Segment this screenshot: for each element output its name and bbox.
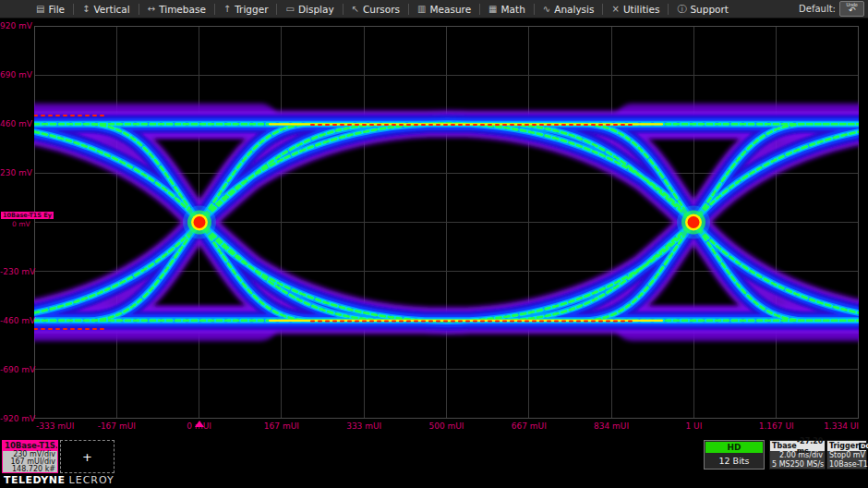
x-axis-tick: 834 mUI <box>594 421 629 431</box>
menu-item-label: Utilities <box>623 4 660 15</box>
y-axis-tick: -230 mV <box>0 267 30 276</box>
menu-item-label: Display <box>298 4 334 15</box>
menu-item-label: Vertical <box>93 4 129 15</box>
menu-item-file[interactable]: ▤File <box>28 0 73 18</box>
menu-item-label: Timebase <box>159 4 206 15</box>
x-axis-tick: 333 mUI <box>346 421 381 431</box>
hd-mode-box[interactable]: HD 12 Bits <box>704 440 765 470</box>
undo-arrow-icon: ↶ <box>849 6 856 15</box>
display-icon: ▭ <box>285 5 294 14</box>
menu-right: Default: Undo ↶ <box>799 1 864 17</box>
menu-item-label: Support <box>690 4 729 15</box>
bit-depth-label: 12 Bits <box>705 454 764 468</box>
eye-diagram-display <box>34 26 859 419</box>
analysis-icon: ∿ <box>543 5 550 14</box>
x-axis-tick: 1.334 UI <box>824 421 859 431</box>
x-axis-tick: 667 mUI <box>512 421 547 431</box>
menu-bar: ▤File↕Vertical↔Timebase↑Trigger▭Display↖… <box>0 0 868 18</box>
timebase-scale: 2.00 ms/div <box>779 451 823 460</box>
trigger-mode: Stop <box>829 451 846 460</box>
x-axis-tick: 167 mUI <box>264 421 299 431</box>
file-icon: ▤ <box>36 5 44 14</box>
x-axis-tick: -167 mUI <box>98 421 136 431</box>
trigger-level: 0 mV <box>846 451 865 460</box>
brand-logo-lecroy: LECROY <box>69 474 115 486</box>
y-axis-tick: -920 mV <box>0 414 30 423</box>
plus-icon: + <box>82 450 92 464</box>
menu-item-display[interactable]: ▭Display <box>277 0 342 18</box>
add-trace-box[interactable]: + <box>60 440 115 473</box>
menu-item-cursors[interactable]: ↖Cursors <box>344 0 408 18</box>
timebase-icon: ↔ <box>148 5 155 14</box>
menu-item-analysis[interactable]: ∿Analysis <box>535 0 603 18</box>
x-axis-tick: 1 UI <box>685 421 702 431</box>
brand-logo-teledyne: TELEDYNE <box>4 474 66 486</box>
menu-item-label: Trigger <box>235 4 268 15</box>
sample-count: 5 MS <box>772 460 790 470</box>
timebase-box[interactable]: Tbase -27.20 ms 2.00 ms/div 5 MS 250 MS/… <box>769 440 826 470</box>
default-setup-label: Default: <box>799 4 836 14</box>
x-axis-tick: 500 mUI <box>428 421 464 431</box>
trace-label-badge[interactable]: 10Base-T1S Ey <box>1 212 54 219</box>
trigger-title: Trigger <box>829 441 859 451</box>
y-axis-tick: 230 mV <box>0 168 30 177</box>
channel-descriptor-box[interactable]: 10Base-T1S... 230 mV/div 167 mUI/div 148… <box>2 440 58 473</box>
vertical-icon: ↕ <box>82 5 90 14</box>
menu-item-label: Math <box>501 4 525 15</box>
menu-item-timebase[interactable]: ↔Timebase <box>139 0 214 18</box>
menu-item-vertical[interactable]: ↕Vertical <box>74 0 139 18</box>
menu-item-trigger[interactable]: ↑Trigger <box>215 0 277 18</box>
timebase-title: Tbase <box>772 441 797 451</box>
y-axis-tick: 690 mV <box>0 70 30 79</box>
x-axis-tick: 1.167 UI <box>759 421 794 431</box>
y-axis-tick: 920 mV <box>0 21 30 30</box>
oscilloscope-screen: ▤File↕Vertical↔Timebase↑Trigger▭Display↖… <box>0 0 868 488</box>
utilities-icon: × <box>611 5 619 14</box>
menu-item-label: Measure <box>429 4 471 15</box>
undo-button[interactable]: Undo ↶ <box>839 1 864 17</box>
math-icon: ▦ <box>488 5 497 14</box>
y-axis-tick: -460 mV <box>0 316 30 325</box>
cursors-icon: ↖ <box>352 5 359 14</box>
brand-logo: TELEDYNELECROY <box>4 474 115 486</box>
menu-item-measure[interactable]: ▥Measure <box>409 0 479 18</box>
zero-level-label: 0 mV <box>12 220 30 228</box>
menu-item-math[interactable]: ▦Math <box>480 0 534 18</box>
menu-item-label: Analysis <box>554 4 594 15</box>
hd-badge: HD <box>705 442 763 453</box>
menu-items: ▤File↕Vertical↔Timebase↑Trigger▭Display↖… <box>28 0 737 18</box>
measure-icon: ▥ <box>417 5 426 14</box>
menu-item-label: Cursors <box>363 4 400 15</box>
trigger-time-marker[interactable] <box>195 421 204 427</box>
x-axis-tick: -333 mUI <box>36 421 74 431</box>
trigger-box[interactable]: Trigger DC Stop 0 mV 10Base-T1S <box>826 440 867 470</box>
y-axis-tick: -690 mV <box>0 365 30 374</box>
support-icon: ⓘ <box>677 5 686 14</box>
sweep-count-value: 148.720 k# <box>3 466 57 473</box>
grid-lines <box>34 26 859 419</box>
trigger-coupling-badge: DC <box>859 443 868 450</box>
menu-item-utilities[interactable]: ×Utilities <box>603 0 668 18</box>
graticule <box>34 26 859 419</box>
trigger-source: 10Base-T1S <box>829 460 868 470</box>
menu-item-support[interactable]: ⓘSupport <box>669 0 737 18</box>
trigger-icon: ↑ <box>223 5 231 14</box>
sample-rate: 250 MS/s <box>790 460 825 470</box>
y-axis-tick: 460 mV <box>0 119 30 128</box>
menu-item-label: File <box>48 4 65 15</box>
